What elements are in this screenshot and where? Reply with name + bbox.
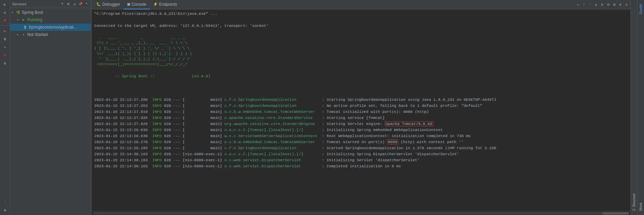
thread8: main [210,140,220,144]
running-arrow: ▾ [17,18,21,22]
not-started-arrow: ▸ [17,33,21,37]
services-header: Services ≡ ⊞ ⊿ 📌 + [10,0,91,8]
structure-label[interactable]: 2: Structure [632,192,637,212]
app-icon: 🍃 [22,25,28,30]
ts6: 2023-01-15 22:13:28.039 [94,128,148,132]
log-line-5: 2023-01-15 22:13:27.926 INFO 828 --- [ m… [94,121,628,127]
class12: o.s.web.servlet.DispatcherServlet [225,164,320,168]
tree-item-springbootdemo[interactable]: 🍃 SpringbootdemoApplicati... [10,24,91,31]
level5: INFO [152,122,162,126]
ts7: 2023-01-15 22:13:28.039 [94,134,148,138]
services-pin-icon[interactable]: 📌 [78,1,83,7]
running-label: Running [27,17,42,22]
tree-item-running[interactable]: ▾ ▶ Running [10,16,91,24]
tab-endpoints[interactable]: ⚡ Endpoints [150,0,180,9]
settings-bottom-button[interactable]: ⚙ [1,206,9,214]
ts10: 2023-01-15 22:14:30.163 [94,152,148,156]
log-line-12: 2023-01-15 22:14:30.163 INFO 828 --- [ni… [94,163,628,169]
log-line-8: 2023-01-15 22:13:28.279 INFO 828 --- [ m… [94,139,628,145]
ts1: 2023-01-15 22:13:27.260 [94,97,148,102]
console-scroll-down-btn[interactable]: ⇊ [594,2,599,7]
running-icon: ▶ [21,17,26,23]
console-output[interactable]: "C:\Program Files\Java\jdk1.8.0_231\bin\… [92,9,631,211]
level12: INFO [152,164,162,168]
console-up-btn[interactable]: ↑ [587,2,593,7]
thread4: main [210,116,220,120]
spring-version-line: :: Spring Boot :: (v2.6.8) [94,68,628,85]
not-started-label: Not Started [27,32,48,37]
tab-debugger[interactable]: 🐛 Debugger [93,0,124,9]
tabs-right-toolbar: ↩ ↓ ↑ ⇊ ⇈ ⊟ ⊞ ⚙ ✕ [575,2,629,7]
far-right-panel: Gradle Word [637,0,644,215]
settings-action-button[interactable]: ⚙ [1,59,9,67]
scrollbar-track[interactable] [93,212,629,215]
endpoints-tab-label: Endpoints [159,2,177,7]
thread1: main [210,97,220,102]
level1: INFO [152,97,162,102]
console-tab-label: Console [132,2,146,7]
level3: INFO [152,110,162,114]
class7: w.s.c.ServletWebServerApplicationContext [225,134,320,138]
ts12: 2023-01-15 22:14:30.163 [94,164,148,168]
horizontal-scrollbar[interactable] [92,211,631,215]
ts5: 2023-01-15 22:13:27.926 [94,122,148,126]
console-split-vert-btn[interactable]: ⊞ [612,2,617,7]
services-add-icon[interactable]: + [84,1,89,7]
more-action-button[interactable]: ⋮ [1,198,9,206]
log-line-6: 2023-01-15 22:13:28.039 INFO 828 --- [ m… [94,127,628,133]
log-line-10: 2023-01-15 22:14:30.163 INFO 828 --- [ni… [94,151,628,157]
console-down-btn[interactable]: ↓ [581,2,587,7]
not-started-icon: ⚡ [21,32,26,37]
pause-button[interactable]: ⏸ [1,35,9,43]
log-line-4: 2023-01-15 22:13:27.926 INFO 828 --- [ m… [94,115,628,121]
console-tab-icon: ▣ [127,2,130,6]
rerun-button[interactable]: ↻ [1,9,9,16]
gradle-label[interactable]: Gradle [638,3,643,15]
services-group-icon[interactable]: ⊞ [66,1,71,7]
console-wrap-btn[interactable]: ↩ [575,2,581,7]
spring-boot-ascii: . ____ _ __ _ _ /\\ / ___'_ __ _ _(_)_ _… [94,35,628,68]
log-line-3: 2023-01-15 22:13:27.919 INFO 828 --- [ m… [94,109,628,115]
action-toolbar: ▶ ↻ ■ ▷ ⏸ ↷ ● ⚙ ⋮ ⚙ [0,0,10,215]
console-close-btn[interactable]: ✕ [624,2,629,7]
word-label[interactable]: Word [638,202,643,212]
class6: o.a.c.c.C.[Tomcat].[localhost].[/] [225,128,320,132]
class3: o.s.b.w.embedded.tomcat.TomcatWebServer [225,110,320,114]
services-filter-icon[interactable]: ⊿ [72,1,77,7]
level2: INFO [152,103,162,108]
services-tree: ▾ 🌿 Spring Boot ▾ ▶ Running 🍃 Springboot… [10,8,91,215]
tab-console[interactable]: ▣ Console [124,0,150,9]
console-line: "C:\Program Files\Java\jdk1.8.0_231\bin\… [94,11,628,17]
scrollbar-thumb[interactable] [602,212,629,215]
main-area: 🐛 Debugger ▣ Console ⚡ Endpoints ↩ ↓ ↑ ⇊… [92,0,631,215]
ts2: 2023-01-15 22:13:27.263 [94,103,148,108]
class11: o.s.web.servlet.DispatcherServlet [225,158,320,162]
services-list-icon[interactable]: ≡ [60,1,65,7]
breakpoints-button[interactable]: ● [1,51,9,59]
tree-item-spring-boot[interactable]: ▾ 🌿 Spring Boot [10,9,91,16]
class2: c.f.s.SpringbootdemoApplication [225,103,320,108]
class9: c.f.s.SpringbootdemoApplication [225,146,320,150]
thread9: main [210,146,220,150]
ts9: 2023-01-15 22:13:28.285 [94,146,148,150]
console-settings-btn[interactable]: ⚙ [618,2,623,7]
run-button[interactable]: ▶ [1,1,9,8]
class4: o.apache.catalina.core.StandardService [225,116,320,120]
tree-item-not-started[interactable]: ▸ ⚡ Not Started [10,31,91,38]
resume-button[interactable]: ▷ [1,27,9,35]
thread7: main [210,134,220,138]
thread6: main [210,128,220,132]
step-over-button[interactable]: ↷ [1,43,9,51]
spring-boot-label: Spring Boot [22,10,43,15]
spring-boot-text: :: Spring Boot :: (v2.6.8) [113,74,210,78]
console-scroll-up-btn[interactable]: ⇈ [600,2,605,7]
stop-button[interactable]: ■ [1,17,9,24]
console-split-horiz-btn[interactable]: ⊟ [606,2,611,7]
level4: INFO [152,116,162,120]
log-line-1: 2023-01-15 22:13:27.260 INFO 828 --- [ m… [94,97,628,103]
log-line-9: 2023-01-15 22:13:28.285 INFO 828 --- [ m… [94,145,628,151]
services-title: Services [12,2,26,6]
debugger-tab-label: Debugger [102,2,120,7]
class5: org.apache.catalina.core.StandardEngine [225,122,320,126]
spring-boot-icon: 🌿 [15,10,21,15]
